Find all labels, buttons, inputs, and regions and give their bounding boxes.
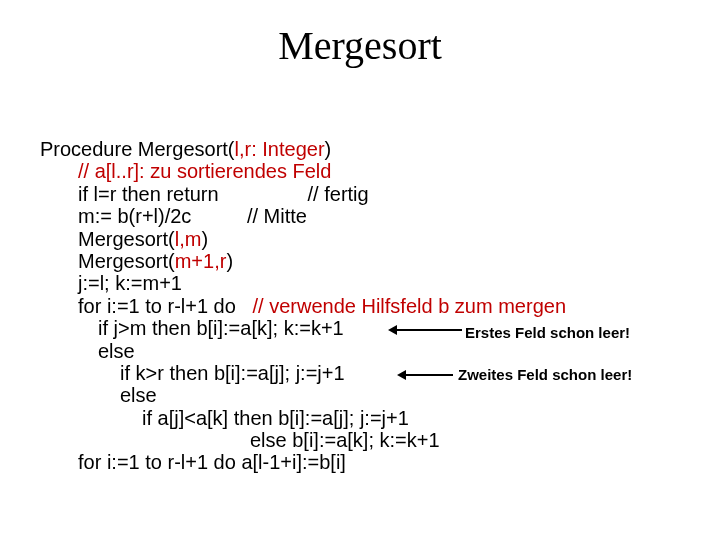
text: Mergesort(	[78, 250, 175, 272]
code-line: Mergesort(m+1,r)	[40, 250, 680, 272]
code-line: if a[j]<a[k] then b[i]:=a[j]; j:=j+1	[40, 407, 680, 429]
annotation-text: Zweites Feld schon leer!	[458, 367, 632, 384]
text: for i:=1 to r-l+1 do	[78, 295, 253, 317]
param-text: l,m	[175, 228, 202, 250]
code-line: else b[i]:=a[k]; k:=k+1	[40, 429, 680, 451]
code-line: Mergesort(l,m)	[40, 228, 680, 250]
code-line: j:=l; k:=m+1	[40, 272, 680, 294]
code-line: m:= b(r+l)/2c // Mitte	[40, 205, 680, 227]
text: )	[226, 250, 233, 272]
code-line: for i:=1 to r-l+1 do // verwende Hilfsfe…	[40, 295, 680, 317]
param-text: l,r: Integer	[235, 138, 325, 160]
code-line: for i:=1 to r-l+1 do a[l-1+i]:=b[i]	[40, 451, 680, 473]
slide: Mergesort Procedure Mergesort(l,r: Integ…	[0, 22, 720, 540]
param-text: m+1,r	[175, 250, 227, 272]
comment-text: // verwende Hilfsfeld b zum mergen	[253, 295, 566, 317]
code-line: if l=r then return // fertig	[40, 183, 680, 205]
annotation-text: Erstes Feld schon leer!	[465, 325, 630, 342]
code-block: Procedure Mergesort(l,r: Integer) // a[l…	[40, 138, 680, 474]
code-line: else	[40, 340, 680, 362]
text: Mergesort(	[78, 228, 175, 250]
code-line: else	[40, 384, 680, 406]
text: Procedure Mergesort(	[40, 138, 235, 160]
text: )	[201, 228, 208, 250]
code-line: Procedure Mergesort(l,r: Integer)	[40, 138, 680, 160]
slide-title: Mergesort	[0, 22, 720, 69]
comment-line: // a[l..r]: zu sortierendes Feld	[40, 160, 680, 182]
text: )	[325, 138, 332, 160]
